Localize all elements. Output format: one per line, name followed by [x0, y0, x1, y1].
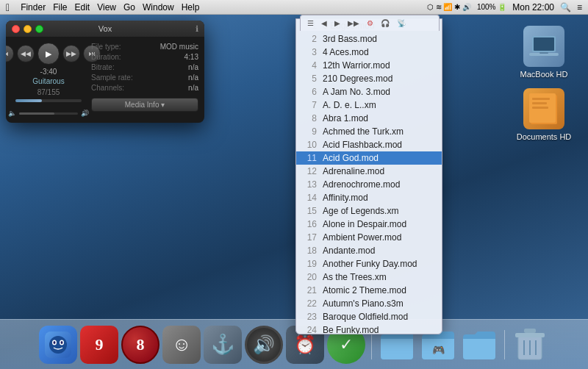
forward-button[interactable]: ▶▶: [62, 45, 80, 62]
menubar-file[interactable]: File: [53, 2, 67, 12]
playlist-item[interactable]: 17Ambient Power.mod: [296, 231, 442, 244]
documents-hd-label: Documents HD: [517, 132, 572, 141]
playlist-nav-forward2[interactable]: ▶▶: [345, 18, 362, 28]
prev-button[interactable]: ⏮: [6, 45, 14, 62]
playlist-item[interactable]: 10Acid Flashback.mod: [296, 138, 442, 151]
playlist-item[interactable]: 412th Warrior.mod: [296, 59, 442, 72]
dock-item-eightball[interactable]: 8: [121, 326, 159, 364]
svg-point-10: [49, 336, 67, 354]
playlist-nav-vox[interactable]: ⚙: [365, 18, 376, 28]
dock-item-folder3[interactable]: [460, 326, 498, 364]
desktop-icon-macbook-hd[interactable]: MacBook HD: [514, 26, 573, 79]
svg-rect-1: [534, 37, 554, 51]
playlist-item-name: Andante.mod: [323, 246, 375, 256]
playlist-item[interactable]: 19Another Funky Day.mod: [296, 257, 442, 271]
progress-fill: [15, 99, 42, 102]
playlist-item[interactable]: 15Age of Legends.xm: [296, 204, 442, 218]
svg-point-14: [61, 341, 63, 344]
play-button[interactable]: ▶: [37, 43, 60, 65]
playlist-item-number: 23: [304, 312, 317, 322]
dock: 9 8 ☺ ⚓ 🔊 ⏰ ✓: [0, 319, 588, 369]
svg-rect-6: [532, 98, 550, 100]
progress-bar[interactable]: [15, 99, 82, 102]
playlist-item-number: 13: [304, 179, 317, 190]
volume-fill: [19, 112, 54, 115]
maximize-button[interactable]: [35, 25, 43, 33]
vox-info-icon[interactable]: ℹ: [196, 24, 198, 34]
finderface-dock-icon: ☺: [162, 326, 201, 364]
playlist-item-name: Ambient Power.mod: [323, 232, 401, 243]
playlist-nav-wifi[interactable]: 📡: [395, 18, 408, 28]
playlist-item[interactable]: 23Baroque Oldfield.mod: [296, 310, 442, 323]
playlist-item[interactable]: 14Affinity.mod: [296, 191, 442, 204]
bitrate-value: n/a: [188, 63, 198, 71]
macbook-hd-icon: [523, 26, 564, 67]
playlist-item[interactable]: 7A. D. e. L..xm: [296, 98, 442, 112]
menubar-window[interactable]: Window: [143, 2, 174, 12]
playlist-item-number: 19: [304, 259, 317, 269]
playlist-item[interactable]: 9Achmed the Turk.xm: [296, 125, 442, 138]
battery-indicator: 100% 🔋: [477, 3, 506, 11]
close-button[interactable]: [12, 25, 20, 33]
volume-slider[interactable]: [19, 112, 78, 115]
menubar-finder[interactable]: Finder: [21, 2, 46, 12]
playlist-nav-list[interactable]: ☰: [305, 18, 316, 28]
sample-rate-label: Sample rate:: [91, 74, 133, 82]
playlist-item-number: 9: [304, 126, 317, 137]
rewind-button[interactable]: ◀◀: [17, 45, 35, 62]
media-info-button[interactable]: Media Info ▾: [91, 98, 198, 112]
playlist-item[interactable]: 8Abra 1.mod: [296, 112, 442, 125]
menubar-help[interactable]: Help: [182, 2, 200, 12]
playlist-item[interactable]: 5210 Degrees.mod: [296, 72, 442, 85]
eightball-dock-icon: 8: [121, 326, 159, 364]
playlist-item-name: Be Funky.mod: [323, 325, 379, 334]
dock-item-speaker[interactable]: 🔊: [245, 326, 283, 364]
dock-item-calendar[interactable]: 9: [80, 326, 118, 364]
playlist-item[interactable]: 22Autumn's Piano.s3m: [296, 297, 442, 310]
playlist-item[interactable]: 20As the Trees.xm: [296, 271, 442, 284]
playlist-item-name: Adrenochrome.mod: [323, 179, 400, 190]
playlist-nav-headphones[interactable]: 🎧: [379, 18, 392, 28]
playlist-item[interactable]: 13Adrenochrome.mod: [296, 178, 442, 191]
spotlight-icon[interactable]: 🔍: [560, 2, 571, 12]
playlist-nav-back[interactable]: ◀: [319, 18, 329, 28]
playlist-item[interactable]: 12Adrenaline.mod: [296, 165, 442, 178]
playlist-item-name: Acid God.mod: [323, 153, 379, 163]
dock-item-finderface[interactable]: ☺: [162, 326, 201, 364]
playlist-item-name: Alone in Despair.mod: [323, 219, 406, 229]
trash-dock-icon: [511, 326, 549, 364]
apple-menu[interactable]: : [6, 1, 10, 13]
playlist-item-number: 11: [304, 153, 317, 163]
playlist-item[interactable]: 18Andante.mod: [296, 244, 442, 257]
playlist-item[interactable]: 6A Jam No. 3.mod: [296, 85, 442, 98]
menubar-edit[interactable]: Edit: [74, 2, 90, 12]
playlist-item[interactable]: 23rd Bass.mod: [296, 32, 442, 46]
playlist-item[interactable]: 11Acid God.mod: [296, 151, 442, 165]
playlist-item-name: Autumn's Piano.s3m: [323, 298, 404, 309]
playlist-item[interactable]: 34 Aces.mod: [296, 46, 442, 59]
menu-extras-icon[interactable]: ≡: [577, 2, 582, 12]
desktop-icon-documents-hd[interactable]: Documents HD: [514, 88, 573, 141]
dock-item-trash[interactable]: [511, 326, 549, 364]
clock: Mon 22:00: [512, 2, 554, 12]
playlist-item-name: 12th Warrior.mod: [323, 60, 390, 71]
minimize-button[interactable]: [24, 25, 32, 33]
playlist-item[interactable]: 16Alone in Despair.mod: [296, 218, 442, 231]
menubar-go[interactable]: Go: [123, 2, 135, 12]
menubar-view[interactable]: View: [97, 2, 116, 12]
dock-item-migration[interactable]: ⚓: [204, 326, 242, 364]
playlist-item-name: Age of Legends.xm: [323, 206, 398, 216]
playlist-item[interactable]: 21Atomic 2 Theme.mod: [296, 284, 442, 297]
playlist-item-number: 7: [304, 100, 317, 110]
playlist-item-number: 4: [304, 60, 317, 71]
playlist-item-number: 16: [304, 219, 317, 229]
calendar-dock-icon: 9: [80, 326, 118, 364]
vox-player: Vox ℹ ⏮ ◀◀ ▶ ▶▶ ⏭ -3:40 Guitarous 87/155…: [6, 21, 204, 123]
svg-rect-18: [524, 329, 536, 333]
playlist-item[interactable]: 24Be Funky.mod: [296, 323, 442, 334]
vox-controls: ⏮ ◀◀ ▶ ▶▶ ⏭ -3:40 Guitarous 87/155 🔈 🔊: [12, 43, 85, 117]
playlist-nav-forward[interactable]: ▶: [332, 18, 343, 28]
dock-item-finder[interactable]: [39, 326, 77, 364]
playlist-item-number: 18: [304, 246, 317, 256]
playlist-item-name: As the Trees.xm: [323, 272, 387, 282]
